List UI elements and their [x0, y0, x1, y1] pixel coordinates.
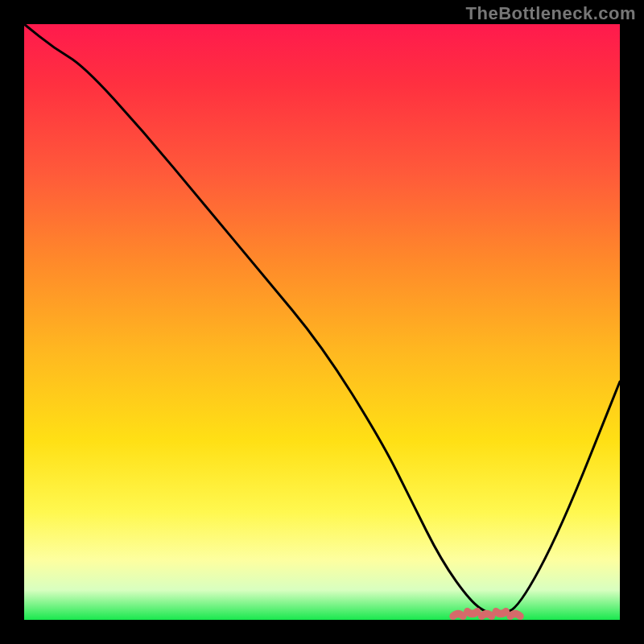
bottleneck-curve-svg [24, 24, 620, 620]
valley-accent-line [453, 612, 520, 617]
bottleneck-curve-line [24, 24, 620, 614]
watermark-text: TheBottleneck.com [466, 3, 636, 24]
plot-area [24, 24, 620, 620]
chart-frame: TheBottleneck.com [0, 0, 644, 644]
